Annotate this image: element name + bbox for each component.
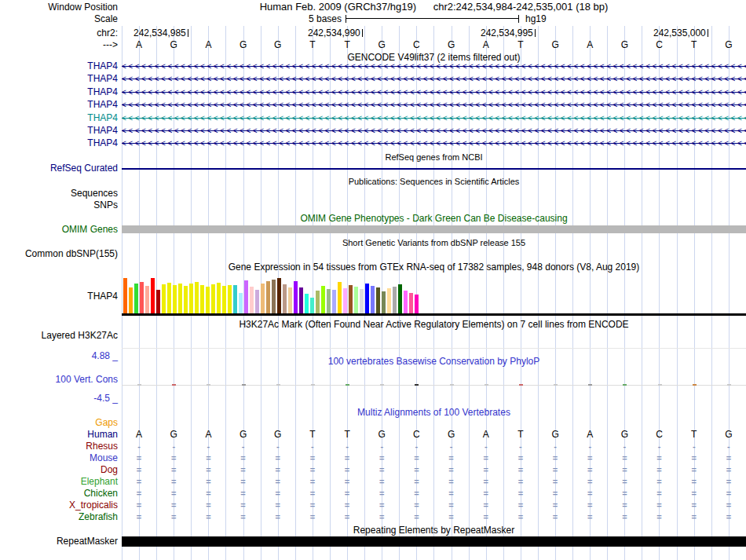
gencode-transcript-row[interactable]: THAP4<<<<<<<<<<<<<<<<<<<<<<<<<<<<<<<<<<<…	[0, 100, 746, 110]
sequence-ruler-row[interactable]: ---> AGAGGTTGCGATGAGCTG	[0, 39, 746, 50]
species-label[interactable]: Mouse	[0, 452, 118, 463]
gtex-expression-bar[interactable]	[261, 284, 265, 313]
species-label[interactable]: Rhesus	[0, 441, 118, 452]
multiz-species-row[interactable]: Mouse==================	[0, 452, 746, 463]
species-label[interactable]: Dog	[0, 464, 118, 475]
gtex-expression-bar[interactable]	[129, 287, 133, 313]
gtex-expression-chart[interactable]	[122, 276, 746, 313]
sequences-label[interactable]: Sequences	[0, 188, 118, 199]
gencode-transcript-label[interactable]: THAP4	[0, 87, 118, 97]
omim-label[interactable]: OMIM Genes	[0, 224, 118, 235]
repeatmasker-title-row[interactable]: Repeating Elements by RepeatMasker	[0, 525, 746, 536]
gtex-expression-bar[interactable]	[173, 285, 177, 313]
gtex-expression-bar[interactable]	[140, 282, 144, 313]
gtex-expression-bar[interactable]	[123, 278, 127, 313]
gencode-transcript-label[interactable]: THAP4	[0, 113, 118, 123]
gtex-expression-bar[interactable]	[239, 293, 243, 313]
gtex-expression-bar[interactable]	[277, 278, 281, 313]
gtex-expression-bar[interactable]	[360, 289, 364, 313]
gtex-expression-bar[interactable]	[233, 285, 237, 313]
multiz-title-row[interactable]: Multiz Alignments of 100 Vertebrates	[0, 407, 746, 418]
gtex-expression-bar[interactable]	[382, 291, 386, 313]
gtex-expression-bar[interactable]	[327, 289, 331, 313]
gtex-expression-bar[interactable]	[255, 290, 259, 313]
gtex-expression-bar[interactable]	[167, 283, 171, 313]
repeatmasker-label[interactable]: RepeatMasker	[0, 536, 118, 547]
publications-title-row[interactable]: Publications: Sequences in Scientific Ar…	[0, 176, 746, 187]
gtex-expression-bar[interactable]	[134, 284, 138, 313]
phylop-conservation-track[interactable]	[122, 382, 746, 388]
gtex-expression-bar[interactable]	[294, 281, 298, 313]
gencode-transcript-label[interactable]: THAP4	[0, 61, 118, 71]
gtex-expression-bar[interactable]	[354, 287, 358, 313]
multiz-species-row[interactable]: Dog==================	[0, 464, 746, 475]
gtex-expression-bar[interactable]	[189, 284, 193, 313]
gtex-expression-bar[interactable]	[338, 282, 342, 313]
species-label[interactable]: Chicken	[0, 488, 118, 499]
multiz-species-row[interactable]: X_tropicalis==================	[0, 500, 746, 511]
gencode-transcript-row[interactable]: THAP4<<<<<<<<<<<<<<<<<<<<<<<<<<<<<<<<<<<…	[0, 87, 746, 97]
phylop-label[interactable]: 100 Vert. Cons	[0, 374, 118, 385]
species-label[interactable]: Human	[0, 429, 118, 440]
gtex-expression-bar[interactable]	[349, 285, 353, 313]
gtex-expression-bar[interactable]	[343, 288, 347, 313]
gtex-expression-bar[interactable]	[310, 298, 314, 313]
multiz-species-row[interactable]: HumanAGAGGTTGCGATGAGCTG	[0, 429, 746, 440]
gtex-expression-bar[interactable]	[299, 287, 303, 313]
h3k27ac-label[interactable]: Layered H3K27Ac	[0, 330, 118, 341]
gtex-expression-bar[interactable]	[266, 281, 270, 313]
gtex-expression-bar[interactable]	[145, 286, 149, 313]
dbsnp-row[interactable]: Common dbSNP(155)	[0, 248, 746, 259]
gtex-expression-bar[interactable]	[283, 284, 287, 313]
ucsc-genome-browser-image[interactable]: Window Position Human Feb. 2009 (GRCh37/…	[0, 0, 746, 560]
gtex-expression-bar[interactable]	[415, 295, 419, 313]
gtex-expression-bar[interactable]	[184, 286, 188, 313]
multiz-species-row[interactable]: Rhesus------------------	[0, 441, 746, 452]
gencode-transcript-label[interactable]: THAP4	[0, 138, 118, 148]
gtex-expression-bar[interactable]	[288, 287, 292, 313]
gencode-transcript-row[interactable]: THAP4<<<<<<<<<<<<<<<<<<<<<<<<<<<<<<<<<<<…	[0, 126, 746, 136]
species-label[interactable]: X_tropicalis	[0, 500, 118, 511]
gtex-expression-bar[interactable]	[409, 293, 413, 313]
gtex-expression-bar[interactable]	[305, 294, 309, 313]
gtex-expression-bar[interactable]	[162, 284, 166, 313]
publications-snps-row[interactable]: SNPs	[0, 199, 746, 210]
gtex-expression-bar[interactable]	[200, 285, 204, 313]
gtex-expression-bar[interactable]	[178, 284, 182, 313]
gtex-gene-label[interactable]: THAP4	[0, 291, 118, 302]
refseq-title-row[interactable]: RefSeq genes from NCBI	[0, 152, 746, 163]
gencode-transcript-row[interactable]: THAP4<<<<<<<<<<<<<<<<<<<<<<<<<<<<<<<<<<<…	[0, 113, 746, 123]
publications-sequences-row[interactable]: Sequences	[0, 188, 746, 199]
omim-gene-bar[interactable]	[122, 225, 746, 233]
gencode-transcript-row[interactable]: THAP4<<<<<<<<<<<<<<<<<<<<<<<<<<<<<<<<<<<…	[0, 61, 746, 71]
gtex-expression-bar[interactable]	[398, 284, 402, 313]
refseq-gene-bar[interactable]	[122, 168, 746, 170]
gtex-expression-bar[interactable]	[321, 286, 325, 313]
multiz-species-row[interactable]: Chicken==================	[0, 488, 746, 499]
snps-label[interactable]: SNPs	[0, 199, 118, 210]
multiz-species-row[interactable]: Zebrafish==================	[0, 511, 746, 522]
gencode-transcript-label[interactable]: THAP4	[0, 100, 118, 110]
h3k27ac-title-row[interactable]: H3K27Ac Mark (Often Found Near Active Re…	[0, 319, 746, 330]
gtex-expression-bar[interactable]	[365, 284, 369, 313]
species-label[interactable]: Zebrafish	[0, 511, 118, 522]
dbsnp-title-row[interactable]: Short Genetic Variants from dbSNP releas…	[0, 237, 746, 248]
multiz-species-row[interactable]: Gaps	[0, 417, 746, 428]
gtex-expression-bar[interactable]	[195, 282, 199, 313]
gtex-expression-bar[interactable]	[211, 284, 215, 313]
species-label[interactable]: Gaps	[0, 417, 118, 428]
gtex-expression-bar[interactable]	[404, 291, 408, 313]
gtex-expression-bar[interactable]	[222, 286, 226, 313]
repeatmasker-element-bar[interactable]	[122, 536, 746, 547]
omim-title-row[interactable]: OMIM Gene Phenotypes - Dark Green Can Be…	[0, 213, 746, 224]
gencode-transcript-row[interactable]: THAP4<<<<<<<<<<<<<<<<<<<<<<<<<<<<<<<<<<<…	[0, 74, 746, 84]
refseq-label[interactable]: RefSeq Curated	[0, 163, 118, 174]
coordinates-row[interactable]: chr2: 242,534,985242,534,990242,534,9952…	[0, 27, 746, 38]
gtex-expression-bar[interactable]	[393, 287, 397, 313]
h3k27ac-row[interactable]: Layered H3K27Ac	[0, 330, 746, 341]
gtex-expression-bar[interactable]	[156, 290, 160, 313]
multiz-species-row[interactable]: Elephant==================	[0, 476, 746, 487]
gencode-transcript-label[interactable]: THAP4	[0, 126, 118, 136]
gtex-title-row[interactable]: Gene Expression in 54 tissues from GTEx …	[0, 262, 746, 273]
gtex-expression-bar[interactable]	[151, 278, 155, 313]
